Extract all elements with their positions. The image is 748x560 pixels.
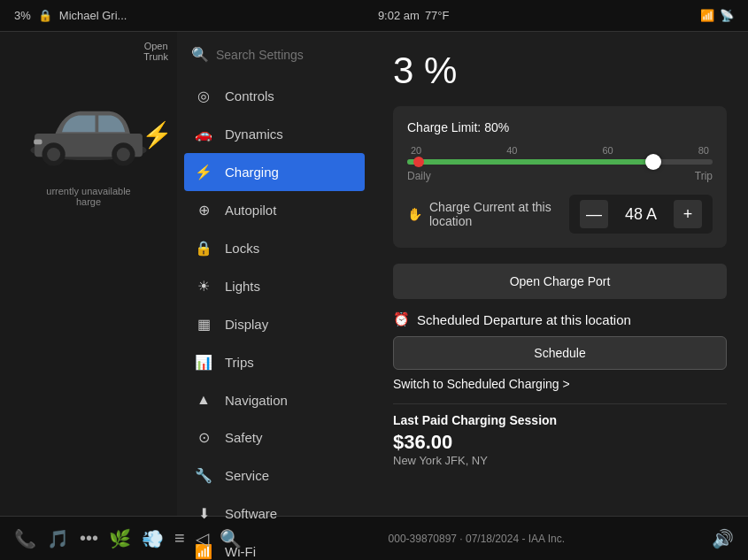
menu-icon[interactable]: ≡	[174, 528, 185, 548]
taskbar-right: 🔊	[712, 528, 734, 549]
main-layout: Open Trunk ⚡	[0, 32, 748, 516]
sidebar: 🔍 ◎ Controls 🚗 Dynamics ⚡ Charging ⊕ Aut…	[177, 32, 372, 516]
leaf-icon[interactable]: 🌿	[109, 528, 131, 549]
svg-rect-6	[34, 140, 42, 145]
sidebar-label-controls: Controls	[225, 88, 274, 104]
charge-limit-label: Charge Limit: 80%	[407, 120, 713, 134]
scheduled-section: ⏰ Scheduled Departure at this location S…	[393, 311, 727, 391]
dynamics-icon: 🚗	[195, 126, 212, 142]
sidebar-item-locks[interactable]: 🔒 Locks	[177, 229, 372, 267]
sidebar-label-display: Display	[225, 317, 268, 332]
sidebar-label-software: Software	[225, 506, 277, 521]
charging-bolt-icon: ⚡	[142, 120, 173, 150]
last-session-section: Last Paid Charging Session $36.00 New Yo…	[393, 413, 727, 467]
divider	[393, 403, 727, 404]
status-left: 3% 🔒 Michael Gri...	[14, 9, 127, 22]
sidebar-item-charging[interactable]: ⚡ Charging	[184, 153, 365, 191]
switch-to-charging-link[interactable]: Switch to Scheduled Charging >	[393, 377, 727, 391]
open-charge-port-button[interactable]: Open Charge Port	[393, 264, 727, 299]
charge-current-text: Charge Current at this location	[429, 200, 569, 228]
time-display: 9:02 am	[378, 9, 420, 22]
charge-current-label-group: ✋ Charge Current at this location	[407, 200, 569, 228]
taskbar-center: 000-39870897 · 07/18/2024 - IAA Inc.	[389, 533, 566, 545]
sidebar-item-display[interactable]: ▦ Display	[177, 305, 372, 343]
battery-status: 3%	[14, 9, 31, 22]
lock-icon: 🔒	[38, 9, 52, 22]
sidebar-label-lights: Lights	[225, 279, 260, 294]
schedule-button[interactable]: Schedule	[393, 336, 727, 370]
taskbar-info-text: 000-39870897 · 07/18/2024 - IAA Inc.	[389, 533, 566, 545]
car-panel: Open Trunk ⚡	[0, 32, 177, 516]
increment-button[interactable]: +	[674, 200, 702, 228]
slider-track[interactable]	[407, 159, 713, 165]
temperature-display: 77°F	[425, 9, 450, 22]
unavailable-text: urrently unavailable harge	[46, 186, 130, 207]
status-right: 📶 📡	[700, 9, 734, 22]
safety-icon: ⊙	[195, 429, 212, 446]
sidebar-item-dynamics[interactable]: 🚗 Dynamics	[177, 115, 372, 153]
sidebar-item-trips[interactable]: 📊 Trips	[177, 343, 372, 381]
media-icon[interactable]: 🎵	[47, 528, 69, 549]
sidebar-item-navigation[interactable]: ▲ Navigation	[177, 381, 372, 418]
sidebar-label-dynamics: Dynamics	[225, 127, 283, 142]
lights-icon: ☀	[195, 278, 212, 295]
status-bar: 3% 🔒 Michael Gri... 9:02 am 77°F 📶 📡	[0, 0, 748, 32]
open-label: Open	[143, 41, 168, 51]
decrement-button[interactable]: —	[580, 200, 608, 228]
last-session-title: Last Paid Charging Session	[393, 413, 727, 427]
controls-icon: ◎	[195, 88, 212, 104]
charge-slider-container[interactable]: 20 40 60 80 Daily Trip	[407, 145, 713, 182]
back-icon[interactable]: ◁	[196, 528, 209, 549]
search-bar[interactable]: 🔍	[177, 39, 372, 70]
autopilot-icon: ⊕	[195, 202, 212, 219]
phone-icon[interactable]: 📞	[14, 528, 36, 549]
sidebar-item-autopilot[interactable]: ⊕ Autopilot	[177, 191, 372, 229]
sidebar-label-service: Service	[225, 468, 269, 483]
slider-ticks: 20 40 60 80	[407, 145, 713, 156]
search-taskbar-icon[interactable]: 🔍	[220, 528, 242, 549]
sidebar-item-lights[interactable]: ☀ Lights	[177, 267, 372, 305]
slider-labels: Daily Trip	[407, 170, 713, 182]
trunk-label: Trunk	[143, 51, 168, 62]
charge-current-control: — 48 A +	[569, 195, 713, 234]
daily-label: Daily	[407, 170, 431, 182]
sidebar-item-controls[interactable]: ◎ Controls	[177, 77, 372, 115]
charge-current-row: ✋ Charge Current at this location — 48 A…	[407, 195, 713, 234]
sidebar-label-navigation: Navigation	[225, 393, 288, 408]
status-center: 9:02 am 77°F	[378, 9, 450, 22]
display-icon: ▦	[195, 316, 212, 333]
software-icon: ⬇	[195, 505, 212, 522]
status-username: Michael Gri...	[59, 9, 127, 22]
sidebar-label-safety: Safety	[225, 430, 263, 445]
last-session-amount: $36.00	[393, 431, 727, 454]
search-input[interactable]	[216, 48, 358, 62]
volume-icon[interactable]: 🔊	[712, 528, 734, 549]
service-icon: 🔧	[195, 467, 212, 484]
tick-20: 20	[411, 145, 421, 156]
slider-thumb[interactable]	[645, 154, 661, 170]
wifi-icon: 📶	[700, 9, 714, 22]
main-content: 3 % Charge Limit: 80% 20 40 60 80 Daily …	[372, 32, 748, 516]
sidebar-item-service[interactable]: 🔧 Service	[177, 456, 372, 495]
car-silhouette	[22, 94, 155, 173]
sidebar-label-trips: Trips	[225, 355, 254, 370]
fan-icon[interactable]: 💨	[142, 528, 164, 549]
hand-icon: ✋	[407, 207, 422, 221]
svg-point-3	[47, 148, 60, 161]
sidebar-label-locks: Locks	[225, 241, 259, 256]
taskbar: 📞 🎵 ••• 🌿 💨 ≡ ◁ 🔍 000-39870897 · 07/18/2…	[0, 516, 748, 560]
sidebar-label-autopilot: Autopilot	[225, 203, 276, 218]
svg-point-5	[117, 148, 130, 161]
tick-40: 40	[506, 145, 517, 156]
sidebar-item-safety[interactable]: ⊙ Safety	[177, 418, 372, 456]
charge-limit-section: Charge Limit: 80% 20 40 60 80 Daily Trip	[393, 106, 727, 248]
tick-80: 80	[698, 145, 709, 156]
car-visual: ⚡	[22, 94, 155, 177]
more-icon[interactable]: •••	[80, 528, 98, 548]
clock-icon: ⏰	[393, 311, 410, 327]
trip-label: Trip	[695, 170, 713, 182]
taskbar-left: 📞 🎵 ••• 🌿 💨 ≡ ◁ 🔍	[14, 528, 242, 549]
scheduled-title: ⏰ Scheduled Departure at this location	[393, 311, 727, 327]
last-session-location: New York JFK, NY	[393, 454, 727, 467]
charging-icon: ⚡	[195, 164, 212, 180]
